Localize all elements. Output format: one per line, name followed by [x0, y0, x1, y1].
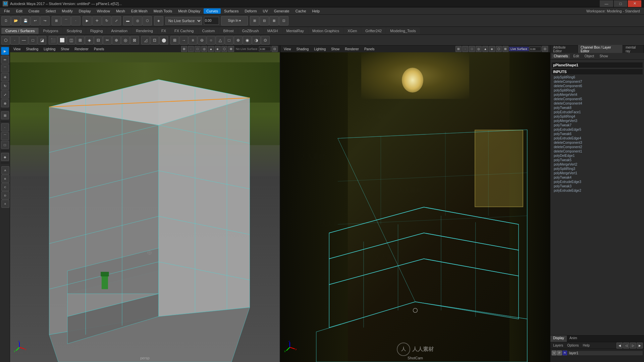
channel-item-9[interactable]: polySplitRing4: [552, 114, 643, 119]
vp-icon-1[interactable]: ⊞: [181, 46, 187, 52]
snap-curve-btn[interactable]: ⌒: [61, 16, 71, 25]
quad-draw-btn[interactable]: ⊞: [170, 36, 179, 45]
vp-icon-9[interactable]: ⊡: [272, 46, 278, 52]
channel-item-4[interactable]: polyMergeVert4: [552, 93, 643, 97]
vp-icon-5[interactable]: ▲: [208, 46, 214, 52]
menu-deform[interactable]: Deform: [242, 8, 259, 14]
menu-cache[interactable]: Cache: [293, 8, 309, 14]
lasso-tool[interactable]: ⌒: [1, 64, 9, 72]
layout-btn3[interactable]: ⊠: [269, 16, 279, 25]
paint-tool[interactable]: ✏: [1, 56, 9, 64]
tab-mash[interactable]: MASH: [263, 28, 282, 34]
anim-tab[interactable]: Anim: [567, 336, 580, 342]
show-manipulator[interactable]: ⊞: [1, 111, 9, 119]
channel-item-19[interactable]: polyTweak5: [552, 158, 643, 162]
vpr-icon-2[interactable]: ·: [462, 46, 468, 52]
scale-btn[interactable]: ⤢: [112, 16, 121, 25]
wedge-btn[interactable]: ◑: [252, 36, 261, 45]
insert-loop-btn[interactable]: ⊟: [94, 36, 103, 45]
menu-generate[interactable]: Generate: [271, 8, 292, 14]
vp-right-panels-menu[interactable]: Panels: [363, 47, 376, 51]
layers-menu-layers[interactable]: Layers: [552, 343, 565, 348]
vp-right-value[interactable]: [529, 47, 541, 51]
menu-edit-mesh[interactable]: Edit Mesh: [128, 8, 150, 14]
sign-in-btn[interactable]: Sign In ▾: [221, 16, 248, 25]
universal-tool[interactable]: ⊕: [1, 99, 9, 107]
vp-icon-4[interactable]: ◎: [201, 46, 207, 52]
render-btn[interactable]: ◈: [154, 16, 163, 25]
tool-a[interactable]: A: [1, 166, 9, 174]
rotate-tool[interactable]: ↻: [1, 82, 9, 90]
vp-right-shading-menu[interactable]: Shading: [295, 47, 310, 51]
move-btn[interactable]: ✛: [92, 16, 102, 25]
layer-visibility[interactable]: V: [552, 351, 556, 355]
channel-item-0[interactable]: polySplitRing6: [552, 75, 643, 79]
layers-menu-help[interactable]: Help: [581, 343, 591, 348]
vpr-icon-1[interactable]: ⊞: [455, 46, 462, 52]
channel-item-2[interactable]: deleteComponent6: [552, 84, 643, 88]
vp-left-show-menu[interactable]: Show: [59, 47, 70, 51]
scale-tool[interactable]: ⤢: [1, 90, 9, 99]
multi-cut-btn[interactable]: ✂: [103, 36, 112, 45]
channel-item-13[interactable]: polyTweak6: [552, 132, 643, 136]
vp-icon-8[interactable]: ⊠: [228, 46, 234, 52]
target-weld-btn[interactable]: ⊕: [112, 36, 121, 45]
menu-window[interactable]: Window: [94, 8, 113, 14]
boolean-btn[interactable]: ⊖: [198, 36, 206, 45]
layer-next2[interactable]: ▷: [630, 343, 636, 349]
maximize-button[interactable]: □: [614, 0, 627, 7]
value-input[interactable]: [204, 17, 219, 25]
menu-surfaces[interactable]: Surfaces: [221, 8, 241, 14]
snap-grid-btn[interactable]: ⊞: [52, 16, 61, 25]
channel-item-21[interactable]: polySplitRing3: [552, 167, 643, 171]
tab-curves-surfaces[interactable]: Curves / Surfaces: [1, 28, 39, 34]
select-mode-btn[interactable]: ⬡: [1, 36, 10, 45]
channel-item-26[interactable]: polyExtrudeEdge2: [552, 188, 643, 193]
menu-select[interactable]: Select: [43, 8, 59, 14]
channel-item-22[interactable]: polyMergeVert1: [552, 171, 643, 175]
sculpt-btn[interactable]: ◿: [141, 36, 150, 45]
vp-icon-2[interactable]: ·: [188, 46, 194, 52]
menu-mesh-display[interactable]: Mesh Display: [175, 8, 203, 14]
tab-gozbrush[interactable]: GoZBrush: [238, 28, 263, 34]
tab-animation[interactable]: Animation: [107, 28, 131, 34]
tab-fx[interactable]: FX: [157, 28, 170, 34]
channel-item-18[interactable]: polyDelEdge1: [552, 154, 643, 158]
vp-left-shading-menu[interactable]: Shading: [25, 47, 40, 51]
snap-grid-l[interactable]: ·: [1, 123, 9, 131]
channel-item-3[interactable]: polySplitRing5: [552, 88, 643, 93]
layout-btn1[interactable]: ⊞: [250, 16, 259, 25]
layers-menu-options[interactable]: Options: [566, 343, 580, 348]
tab-modeling[interactable]: Modeling_Tools: [386, 28, 420, 34]
show-subtab[interactable]: Show: [597, 54, 610, 58]
connect-btn[interactable]: ⊞: [76, 36, 85, 45]
save-scene-btn[interactable]: 💾: [21, 16, 30, 25]
vertex-mode-btn[interactable]: ·: [10, 36, 19, 45]
layer-prev2[interactable]: ◁: [623, 343, 629, 349]
channel-item-6[interactable]: deleteComponent4: [552, 101, 643, 106]
layer-next[interactable]: ▶: [637, 343, 643, 349]
vpr-icon-8[interactable]: ⊠: [502, 46, 508, 52]
menu-create[interactable]: Create: [26, 8, 42, 14]
quadrangulate-btn[interactable]: □: [225, 36, 233, 45]
mirror-btn[interactable]: ⊠: [130, 36, 139, 45]
vp-left-view-menu[interactable]: View: [12, 47, 22, 51]
vp-right-renderer-menu[interactable]: Renderer: [343, 47, 360, 51]
poly-btn[interactable]: ▬: [123, 16, 132, 25]
channel-item-20[interactable]: polyMergeVert2: [552, 162, 643, 167]
vpr-icon-7[interactable]: ⬡: [496, 46, 502, 52]
relax-btn[interactable]: ⊡: [150, 36, 159, 45]
fill-hole-btn[interactable]: ○: [207, 36, 215, 45]
tab-fx-caching[interactable]: FX Caching: [170, 28, 198, 34]
channel-item-24[interactable]: polyExtrudeEdge3: [552, 180, 643, 184]
tool-c[interactable]: C: [1, 183, 9, 191]
channel-item-23[interactable]: polyTweak4: [552, 175, 643, 180]
vp-right-show-menu[interactable]: Show: [330, 47, 341, 51]
vpr-icon-5[interactable]: ▲: [482, 46, 488, 52]
channel-item-14[interactable]: polyExtrudeEdge4: [552, 136, 643, 140]
layer-prev[interactable]: ◀: [616, 343, 623, 349]
channel-item-16[interactable]: deleteComponent2: [552, 145, 643, 149]
extrude-btn[interactable]: ⬛: [49, 36, 57, 45]
render-dropdown[interactable]: No Live Surface Live Surface: [165, 17, 202, 25]
crease-btn[interactable]: ≡: [189, 36, 197, 45]
